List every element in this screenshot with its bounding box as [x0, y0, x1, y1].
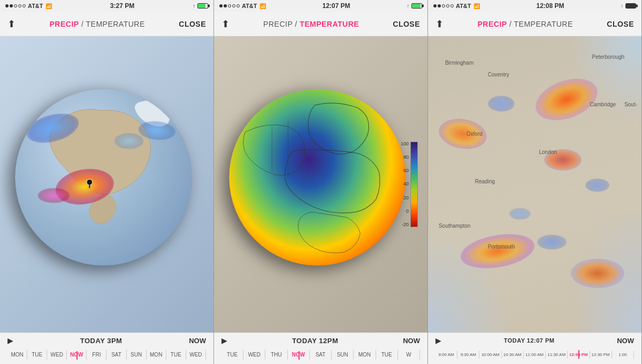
timeline-sun-1[interactable]: SUN	[127, 350, 147, 360]
carrier-3: AT&T	[456, 3, 471, 9]
dot4	[18, 4, 21, 7]
play-button-2[interactable]: ▶	[221, 336, 227, 345]
playback-row-3: ▶ TODAY 12:07 PM NOW	[435, 336, 634, 345]
timeline-tue2-1[interactable]: TUE	[166, 350, 186, 360]
tl-1130am[interactable]: 11:30 AM	[546, 351, 568, 359]
share-icon-3[interactable]: ⬆	[435, 18, 444, 30]
signal-dots-3	[433, 4, 454, 7]
legend-bar-2	[410, 142, 418, 227]
tl-10am[interactable]: 10:00 AM	[479, 351, 501, 359]
timeline-tue-1[interactable]: TUE	[27, 350, 47, 360]
globe-bg-2: 100 80 60 40 20 0 -20	[214, 36, 427, 332]
status-bar-2: AT&T 📶 12:07 PM ↑	[214, 0, 427, 12]
share-icon-1[interactable]: ⬆	[7, 18, 16, 30]
timeline-fri-1[interactable]: FRI	[87, 350, 106, 360]
timeline-sat-2[interactable]: SAT	[310, 350, 332, 360]
status-right-1: ↑	[193, 3, 209, 9]
dot5-2	[236, 4, 240, 7]
timeline-mon2-1[interactable]: MON	[147, 350, 166, 360]
legend-n20: -20	[401, 222, 409, 227]
city-south: Sout-	[624, 102, 637, 107]
timeline-wed-1[interactable]: WED	[47, 350, 67, 360]
precip-temp-2: PRECIP / TEMPERATURE	[263, 20, 359, 28]
share-icon-2[interactable]: ⬆	[221, 18, 230, 30]
legend-80: 80	[401, 155, 409, 160]
timeline-mon-2[interactable]: MON	[354, 350, 376, 360]
map-area-3: Birmingham Coventry Peterborough Oxford …	[428, 36, 641, 332]
status-bar-1: AT&T 📶 3:27 PM ↑	[0, 0, 213, 12]
status-left-2: AT&T 📶	[219, 3, 266, 9]
playback-row-2: ▶ TODAY 12PM NOW	[221, 336, 420, 345]
location-pin-1	[86, 179, 93, 191]
timeline-thu-2[interactable]: THU	[265, 350, 287, 360]
timeline-track-1: MON TUE WED NOW FRI SAT SUN MON TUE WED	[7, 350, 206, 360]
city-peterborough: Peterborough	[592, 54, 624, 60]
tl-930am[interactable]: 9:30 AM	[457, 351, 479, 359]
timeline-3[interactable]: 9:00 AM 9:30 AM 10:00 AM 10:30 AM 11:00 …	[435, 347, 634, 362]
time-display-3: TODAY 12:07 PM	[504, 337, 555, 344]
dot3-3	[442, 4, 445, 7]
top-bar-3: ⬆ PRECIP / TEMPERATURE CLOSE	[428, 12, 641, 36]
map-area-1	[0, 36, 213, 332]
close-button-3[interactable]: CLOSE	[607, 20, 634, 28]
timeline-tue2-2[interactable]: TUE	[376, 350, 398, 360]
location-icon-3: ↑	[621, 3, 623, 9]
now-label-2: NOW	[403, 337, 420, 345]
slash-2: /	[293, 20, 300, 28]
dot2	[10, 4, 13, 7]
tl-9am[interactable]: 9:00 AM	[435, 351, 457, 359]
playback-bar-1: ▶ TODAY 3PM NOW MON TUE WED NOW FRI SAT …	[0, 332, 213, 364]
now-label-3: NOW	[617, 337, 634, 345]
timeline-w-2[interactable]: W	[398, 350, 420, 360]
timeline-1[interactable]: MON TUE WED NOW FRI SAT SUN MON TUE WED	[7, 347, 206, 362]
carrier-2: AT&T	[242, 3, 257, 9]
battery-fill-3	[626, 4, 636, 8]
top-bar-1: ⬆ PRECIP / TEMPERATURE CLOSE	[0, 12, 213, 36]
tl-11am[interactable]: 11:00 AM	[524, 351, 546, 359]
legend-20: 20	[401, 196, 409, 200]
timeline-now-2[interactable]: NOW	[288, 350, 310, 360]
play-button-3[interactable]: ▶	[435, 336, 441, 345]
panel-3: AT&T 📶 12:08 PM ↑ ⬆ PRECIP / TEMPERATURE…	[428, 0, 642, 364]
battery-2	[411, 3, 422, 9]
tl-1030am[interactable]: 10:30 AM	[502, 351, 524, 359]
playback-bar-2: ▶ TODAY 12PM NOW TUE WED THU NOW SAT SUN…	[214, 332, 427, 364]
tl-1pm[interactable]: 1:00	[612, 351, 634, 359]
timeline-wed2-1[interactable]: WED	[186, 350, 206, 360]
temp-legend-2: 100 80 60 40 20 0 -20	[401, 142, 418, 227]
precip-blob-blue-2	[585, 179, 609, 192]
time-3: 12:08 PM	[536, 2, 564, 10]
temp-label-2[interactable]: TEMPERATURE	[300, 20, 359, 28]
timeline-tue-2[interactable]: TUE	[221, 350, 243, 360]
timeline-sun-2[interactable]: SUN	[332, 350, 354, 360]
timeline-now-1[interactable]: NOW	[67, 350, 87, 360]
timeline-2[interactable]: TUE WED THU NOW SAT SUN MON TUE W	[221, 347, 420, 362]
timeline-sat-1[interactable]: SAT	[106, 350, 126, 360]
dot1	[5, 4, 9, 7]
precip-label-3[interactable]: PRECIP	[477, 20, 507, 28]
slash-1: /	[79, 20, 86, 28]
precip-temp-1: PRECIP / TEMPERATURE	[49, 20, 144, 28]
top-bar-2: ⬆ PRECIP / TEMPERATURE CLOSE	[214, 12, 427, 36]
globe-bg-1	[0, 36, 213, 332]
temp-label-3[interactable]: TEMPERATURE	[514, 20, 573, 28]
dot3-2	[228, 4, 231, 7]
tl-12pm[interactable]: 12:00 PM	[568, 351, 590, 359]
precip-blob-5	[571, 259, 624, 288]
play-button-1[interactable]: ▶	[7, 336, 13, 345]
temp-label-1[interactable]: TEMPERATURE	[86, 20, 145, 28]
precip-label-1[interactable]: PRECIP	[49, 20, 79, 28]
precip-label-2[interactable]: PRECIP	[263, 20, 293, 28]
legend-100: 100	[401, 142, 409, 146]
dot5	[22, 4, 26, 7]
wifi-icon-3: 📶	[473, 3, 480, 9]
city-portsmouth: Portsmouth	[488, 244, 515, 250]
close-button-2[interactable]: CLOSE	[393, 20, 420, 28]
tl-1230pm[interactable]: 12:30 PM	[590, 351, 612, 359]
timeline-mon-1[interactable]: MON	[7, 350, 27, 360]
dot5-3	[450, 4, 454, 7]
time-display-1: TODAY 3PM	[80, 337, 123, 345]
panel-1: AT&T 📶 3:27 PM ↑ ⬆ PRECIP / TEMPERATURE …	[0, 0, 214, 364]
close-button-1[interactable]: CLOSE	[179, 20, 206, 28]
timeline-wed-2[interactable]: WED	[243, 350, 265, 360]
